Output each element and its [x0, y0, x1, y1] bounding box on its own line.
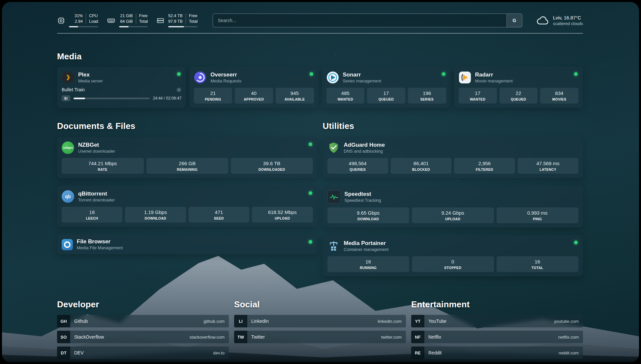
radarr-card[interactable]: Radarr Movie management 17WANTED 22QUEUE…: [454, 67, 583, 108]
developer-section-title: Developer: [57, 299, 229, 310]
bookmark-name: Twitter: [247, 334, 265, 340]
portainer-status-dot: [574, 241, 578, 244]
qbittorrent-card[interactable]: qb qBittorrent Torrent downloader 16LEEC…: [57, 186, 318, 227]
media-section-title: Media: [57, 51, 583, 62]
overseerr-status-dot: [310, 72, 313, 76]
cpu-usage-value: 31%: [75, 14, 83, 18]
plex-pause-button[interactable]: [62, 95, 70, 101]
portainer-stat-stopped: 0STOPPED: [412, 256, 494, 272]
disk-icon: [156, 16, 165, 25]
overseerr-card[interactable]: Overseerr Media Requests 21PENDING 40APP…: [189, 67, 318, 108]
filebrowser-status-dot: [309, 240, 312, 244]
adguard-icon: [327, 141, 340, 154]
filebrowser-subtitle: Media File Management: [77, 245, 123, 251]
speedtest-card[interactable]: Speedtest Speedtest Tracking 9.65 GbpsDO…: [323, 186, 583, 228]
nzbget-subtitle: Usenet downloader: [78, 149, 115, 154]
sonarr-stat-queued: 17QUEUED: [367, 88, 405, 104]
speedtest-stat-ping: 0.993 msPING: [497, 207, 579, 223]
cpu-progress-bar: [69, 26, 98, 27]
ram-icon: [107, 16, 115, 25]
sonarr-stat-wanted: 485WANTED: [326, 88, 365, 104]
adguard-card[interactable]: AdGuard Home DNS and adblocking 498,564Q…: [323, 137, 583, 178]
radarr-stat-queued: 22QUEUED: [500, 88, 538, 104]
qbittorrent-stat-upload: 618.52 MbpsUPLOAD: [252, 207, 313, 223]
qbittorrent-stat-leech: 16LEECH: [62, 207, 122, 223]
divider: [186, 14, 186, 24]
divider: [86, 14, 86, 24]
radarr-subtitle: Movie management: [475, 78, 513, 84]
nzbget-stat-remaining: 266 GBREMAINING: [146, 158, 229, 174]
adguard-stat-queries: 498,564QUERIES: [327, 158, 388, 174]
bookmark-name: DEV: [70, 350, 84, 355]
documents-column: Documents & Files nzbget NZBGet Usenet d…: [57, 121, 318, 262]
plex-settings-gear-icon[interactable]: [176, 87, 181, 92]
bookmark-twitter[interactable]: TW Twitter twitter.com: [234, 331, 406, 343]
nzbget-card[interactable]: nzbget NZBGet Usenet downloader 744.21 M…: [57, 137, 318, 178]
search-engine-button[interactable]: G: [506, 14, 522, 27]
media-section: Media Plex Media server: [57, 51, 583, 108]
plex-now-playing-title: Bullet Train: [62, 87, 85, 92]
bookmark-dev[interactable]: DT DEV dev.to: [57, 347, 229, 359]
divider: [136, 14, 136, 24]
social-section-title: Social: [234, 299, 406, 310]
filebrowser-card[interactable]: File Browser Media File Management: [57, 235, 318, 254]
nzbget-status-dot: [309, 142, 312, 146]
filebrowser-name: File Browser: [77, 238, 123, 245]
sonarr-card[interactable]: Sonarr Series management 485WANTED 17QUE…: [322, 67, 451, 108]
youtube-icon: YT: [411, 315, 424, 327]
qbittorrent-stat-seed: 471SEED: [189, 207, 249, 223]
bookmark-url: youtube.com: [554, 319, 583, 324]
bookmark-name: Github: [70, 318, 88, 324]
developer-links: Developer GH Github github.com SO StackO…: [57, 299, 229, 362]
bookmark-linkedin[interactable]: LI LinkedIn linkedin.com: [234, 315, 406, 327]
qbittorrent-subtitle: Torrent downloader: [78, 197, 115, 203]
speedtest-stat-download: 9.65 GbpsDOWNLOAD: [327, 207, 410, 223]
portainer-card[interactable]: Media Portainer Container management 16R…: [323, 235, 583, 276]
bookmark-reddit[interactable]: RE Reddit reddit.com: [411, 347, 583, 359]
bookmark-url: linkedin.com: [378, 319, 406, 324]
plex-icon: [62, 71, 74, 84]
bookmark-github[interactable]: GH Github github.com: [57, 315, 229, 327]
topbar-divider: [57, 33, 583, 34]
portainer-stat-total: 16TOTAL: [497, 256, 579, 272]
cloud-icon: [536, 15, 549, 26]
overseerr-name: Overseerr: [210, 72, 241, 78]
bookmark-netflix[interactable]: NF Netflix netflix.com: [411, 331, 583, 343]
linkedin-icon: LI: [234, 315, 247, 327]
bookmark-name: Reddit: [424, 350, 442, 355]
speedtest-subtitle: Speedtest Tracking: [345, 198, 381, 203]
nzbget-name: NZBGet: [78, 142, 115, 148]
disk-total-value: 97.9 TB: [168, 19, 183, 24]
bookmark-url: netflix.com: [558, 335, 583, 340]
bookmark-stackoverflow[interactable]: SO StackOverflow stackoverflow.com: [57, 331, 229, 343]
plex-card[interactable]: Plex Media server Bullet Train: [57, 67, 186, 108]
bookmark-name: LinkedIn: [247, 318, 269, 324]
disk-free-value: 52.4 TB: [168, 14, 183, 18]
entertainment-links: Entertainment YT YouTube youtube.com NF …: [411, 299, 583, 362]
utilities-column: Utilities AdGuard Home: [323, 121, 583, 284]
bookmark-url: stackoverflow.com: [190, 335, 229, 340]
top-bar: 31% 2.94 CPU Load: [57, 12, 583, 29]
speedtest-stat-upload: 9.24 GbpsUPLOAD: [412, 207, 494, 223]
overseerr-stat-approved: 40APPROVED: [235, 88, 273, 104]
weather-location: Lviv, 16.87°C: [553, 15, 583, 21]
nzbget-icon: nzbget: [62, 141, 74, 154]
weather-condition: scattered clouds: [553, 21, 583, 26]
documents-section-title: Documents & Files: [57, 121, 318, 131]
social-links: Social LI LinkedIn linkedin.com TW Twitt…: [234, 299, 406, 362]
overseerr-subtitle: Media Requests: [210, 78, 241, 84]
speedtest-icon: [327, 190, 341, 203]
github-icon: GH: [57, 315, 70, 327]
cpu-icon: [57, 16, 65, 25]
sonarr-stat-series: 196SERIES: [408, 88, 446, 104]
sonarr-status-dot: [442, 72, 445, 76]
plex-subtitle: Media server: [78, 78, 103, 84]
plex-progress-bar[interactable]: [74, 98, 150, 99]
bookmark-url: github.com: [203, 319, 229, 324]
stackoverflow-icon: SO: [57, 331, 70, 343]
search-input[interactable]: [213, 18, 506, 23]
dashboard-frame: 31% 2.94 CPU Load: [2, 2, 639, 362]
adguard-stat-latency: 47.569 msLATENCY: [518, 158, 578, 174]
adguard-stat-filtered: 2,956FILTERED: [454, 158, 515, 174]
bookmark-youtube[interactable]: YT YouTube youtube.com: [411, 315, 583, 327]
